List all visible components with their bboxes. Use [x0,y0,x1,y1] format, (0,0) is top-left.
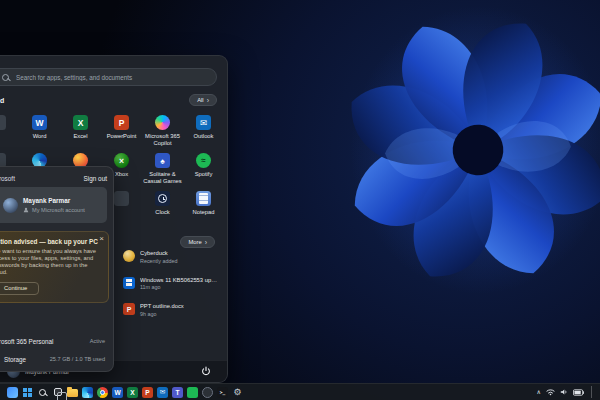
pinned-app-cut[interactable] [0,112,19,150]
taskbar-teams-button[interactable]: T [171,385,184,399]
chrome-icon [97,387,108,398]
continue-button[interactable]: Continue [0,282,39,295]
search-box[interactable] [0,68,217,86]
app-label: Spotify [184,171,224,178]
taskbar-search-button[interactable] [36,385,49,399]
close-icon[interactable]: × [99,235,104,243]
app-label: Notepad [184,209,224,216]
taskbar-excel-button[interactable]: X [126,385,139,399]
recommended-item-text: Cyberduck Recently added [140,250,177,264]
pinned-app-solitaire[interactable]: ♠ Solitaire & Casual Games [142,150,183,188]
recommended-subtitle: Recently added [140,258,177,264]
storage-row[interactable]: Storage 25.7 GB / 1.0 TB used [0,351,105,367]
powerpoint-doc-icon: P [123,303,135,315]
recommended-item-cyberduck[interactable]: Cyberduck Recently added [123,250,219,264]
app-label: Word [20,133,60,140]
taskbar-settings-button[interactable]: ⚙ [231,385,244,399]
app-label: Solitaire & Casual Games [143,171,183,184]
search-icon [2,74,9,81]
taskbar-github-button[interactable] [201,385,214,399]
storage-usage: 25.7 GB / 1.0 TB used [50,356,105,362]
system-tray: ∧ [537,386,593,398]
start-button[interactable] [21,385,34,399]
search-input[interactable] [16,74,216,81]
all-apps-button[interactable]: All › [189,94,217,106]
outlook-icon: ✉ [196,115,211,130]
word-icon: W [32,115,47,130]
app-tile-partial-icon [0,115,6,130]
cyberduck-icon [123,250,135,262]
clock-face [158,194,167,203]
sign-out-button[interactable]: Sign out [84,175,107,182]
spotify-icon [187,387,198,398]
pinned-app-copilot[interactable]: Microsoft 365 Copilot [142,112,183,150]
pinned-app-clock[interactable]: Clock [142,188,183,226]
spotify-icon: ≈ [196,153,211,168]
taskbar-spotify-button[interactable] [186,385,199,399]
recommended-item-ppt-outline[interactable]: P PPT outline.docx 9h ago [123,303,219,317]
widgets-icon [7,387,18,398]
recommended-item-windows-update[interactable]: Windows 11 KB5062553 update ins... 11m a… [123,277,219,291]
chevron-right-icon: › [205,240,207,245]
more-label: More [188,239,201,245]
show-desktop-button[interactable] [591,386,593,398]
more-button[interactable]: More › [180,236,215,248]
recommended-item-text: PPT outline.docx 9h ago [140,303,184,317]
account-detail: My Microsoft account [32,207,85,213]
app-label: Microsoft 365 Copilot [143,133,183,146]
subscription-row[interactable]: Microsoft 365 Personal Active [0,333,105,349]
powerpoint-icon: P [142,387,153,398]
all-apps-label: All [197,97,203,103]
word-icon: W [112,387,123,398]
clock-icon [155,191,170,206]
widgets-button[interactable] [6,385,19,399]
storage-label: Storage [4,356,26,363]
power-icon [201,366,211,376]
taskbar-chrome-button[interactable] [96,385,109,399]
solitaire-icon: ♠ [155,153,170,168]
power-button[interactable] [199,362,213,381]
pinned-app-word[interactable]: W Word [19,112,60,150]
excel-icon: X [127,387,138,398]
volume-icon[interactable] [560,388,568,396]
tray-chevron-up-icon[interactable]: ∧ [537,389,541,395]
recommended-subtitle: 11m ago [140,284,218,290]
recommended-subtitle: 9h ago [140,311,184,317]
windows-start-icon [23,388,32,397]
notepad-page [199,193,208,204]
account-name: Mayank Parmar [23,197,85,204]
pinned-section-header: Pinned All › [0,93,217,107]
taskbar-word-button[interactable]: W [111,385,124,399]
person-icon [23,207,29,213]
taskbar-terminal-button[interactable]: >_ [216,385,229,399]
notepad-icon [196,191,211,206]
windows-update-icon [123,277,135,289]
pinned-app-powerpoint[interactable]: P PowerPoint [101,112,142,150]
taskbar-powerpoint-button[interactable]: P [141,385,154,399]
account-flyout: Microsoft Sign out Mayank Parmar My Micr… [0,166,114,372]
recommended-title: Cyberduck [140,250,177,256]
app-label: PowerPoint [102,133,142,140]
taskbar-edge-button[interactable] [81,385,94,399]
taskbar-outlook-button[interactable]: ✉ [156,385,169,399]
pinned-app-notepad[interactable]: Notepad [183,188,224,226]
recommended-section-header: More › [180,236,215,248]
teams-icon: T [172,387,183,398]
pinned-app-excel[interactable]: X Excel [60,112,101,150]
account-avatar [3,198,18,213]
file-explorer-button[interactable] [66,385,79,399]
flyout-header: Microsoft Sign out [0,172,107,184]
battery-icon[interactable] [573,389,584,396]
taskbar-app-icons: W X P ✉ T >_ ⚙ [6,385,244,399]
task-view-button[interactable] [51,385,64,399]
banner-title: Action advised — back up your PC [0,238,102,245]
copilot-icon [155,115,170,130]
recommended-list: Cyberduck Recently added Windows 11 KB50… [123,250,219,330]
pinned-app-spotify[interactable]: ≈ Spotify [183,150,224,188]
pinned-app-outlook[interactable]: ✉ Outlook [183,112,224,150]
wifi-icon[interactable] [546,388,555,396]
app-tile-partial-icon [114,191,129,206]
subscription-name: Microsoft 365 Personal [0,338,53,345]
microsoft-brand-label: Microsoft [0,175,15,182]
account-row[interactable]: Mayank Parmar My Microsoft account [0,187,107,223]
